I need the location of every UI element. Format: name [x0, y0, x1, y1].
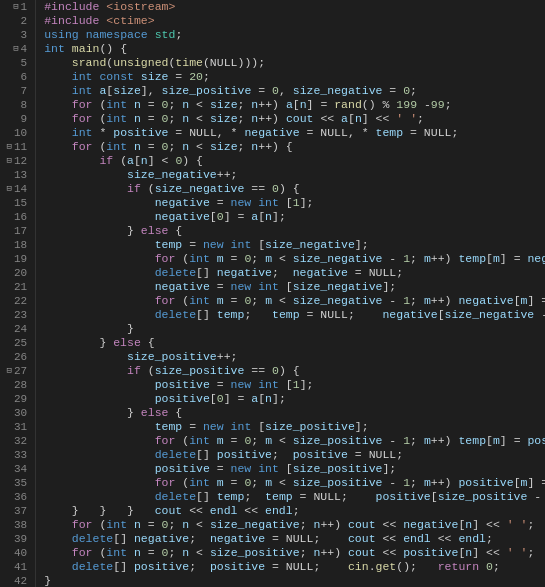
code-line-38: for (int n = 0; n < size_negative; n++) …	[44, 518, 545, 532]
code-line-19: for (int m = 0; m < size_negative - 1; m…	[44, 252, 545, 266]
code-line-27: if (size_positive == 0) {	[44, 364, 545, 378]
code-line-6: int const size = 20;	[44, 70, 545, 84]
code-line-2: #include <ctime>	[44, 14, 545, 28]
code-line-22: for (int m = 0; m < size_negative - 1; m…	[44, 294, 545, 308]
code-line-36: delete[] temp; temp = NULL; positive[siz…	[44, 490, 545, 504]
code-line-10: int * positive = NULL, * negative = NULL…	[44, 126, 545, 140]
code-content: #include <iostream> #include <ctime> usi…	[36, 0, 545, 587]
code-line-24: }	[44, 322, 545, 336]
code-line-34: positive = new int [size_positive];	[44, 462, 545, 476]
code-line-8: for (int n = 0; n < size; n++) a[n] = ra…	[44, 98, 545, 112]
code-line-18: temp = new int [size_negative];	[44, 238, 545, 252]
code-line-40: for (int n = 0; n < size_positive; n++) …	[44, 546, 545, 560]
code-line-39: delete[] negative; negative = NULL; cout…	[44, 532, 545, 546]
code-line-7: int a[size], size_positive = 0, size_neg…	[44, 84, 545, 98]
code-line-35: for (int m = 0; m < size_positive - 1; m…	[44, 476, 545, 490]
code-line-33: delete[] positive; positive = NULL;	[44, 448, 545, 462]
code-line-4: int main() {	[44, 42, 545, 56]
line-numbers: ⊟1 2 3 ⊟4 5 6 7 8 9 10 ⊟11 ⊟12 13 ⊟14 15…	[0, 0, 36, 587]
code-line-15: negative = new int [1];	[44, 196, 545, 210]
code-line-41: delete[] positive; positive = NULL; cin.…	[44, 560, 545, 574]
code-line-13: size_negative++;	[44, 168, 545, 182]
code-line-37: } } } cout << endl << endl;	[44, 504, 545, 518]
code-line-23: delete[] temp; temp = NULL; negative[siz…	[44, 308, 545, 322]
code-line-42: }	[44, 574, 545, 587]
code-line-26: size_positive++;	[44, 350, 545, 364]
code-line-17: } else {	[44, 224, 545, 238]
code-editor: ⊟1 2 3 ⊟4 5 6 7 8 9 10 ⊟11 ⊟12 13 ⊟14 15…	[0, 0, 545, 587]
code-line-12: if (a[n] < 0) {	[44, 154, 545, 168]
code-line-9: for (int n = 0; n < size; n++) cout << a…	[44, 112, 545, 126]
code-line-14: if (size_negative == 0) {	[44, 182, 545, 196]
code-line-29: positive[0] = a[n];	[44, 392, 545, 406]
code-line-30: } else {	[44, 406, 545, 420]
code-line-31: temp = new int [size_positive];	[44, 420, 545, 434]
code-line-25: } else {	[44, 336, 545, 350]
code-line-28: positive = new int [1];	[44, 378, 545, 392]
code-line-1: #include <iostream>	[44, 0, 545, 14]
code-line-16: negative[0] = a[n];	[44, 210, 545, 224]
code-line-5: srand(unsigned(time(NULL)));	[44, 56, 545, 70]
code-line-32: for (int m = 0; m < size_positive - 1; m…	[44, 434, 545, 448]
code-line-21: negative = new int [size_negative];	[44, 280, 545, 294]
code-line-3: using namespace std;	[44, 28, 545, 42]
code-line-11: for (int n = 0; n < size; n++) {	[44, 140, 545, 154]
code-line-20: delete[] negative; negative = NULL;	[44, 266, 545, 280]
